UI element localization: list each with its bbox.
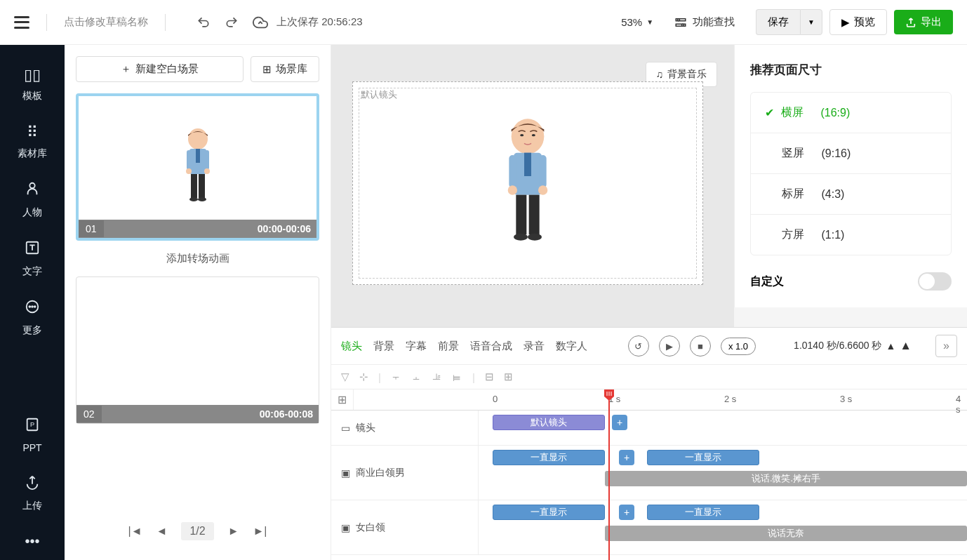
stop-button[interactable]: ■ (690, 335, 711, 356)
scene-time: 00:00-00:06 (252, 223, 316, 234)
timeline-tab-digital[interactable]: 数字人 (556, 340, 587, 353)
custom-toggle[interactable] (918, 272, 952, 291)
clip-talk-smile[interactable]: 说话.微笑.摊右手 (605, 471, 967, 486)
assets-icon: ⠿ (27, 124, 38, 142)
sidebar-item-character[interactable]: 人物 (22, 181, 42, 219)
speed-button[interactable]: x 1.0 (721, 338, 756, 355)
add-clip-button[interactable]: + (619, 450, 634, 465)
rewind-button[interactable]: ↺ (628, 335, 649, 356)
export-button[interactable]: 导出 (894, 10, 953, 34)
sidebar-item-more[interactable]: 更多 (22, 299, 42, 337)
add-clip-button[interactable]: + (619, 505, 634, 520)
template-icon: ▯▯ (24, 66, 41, 84)
svg-rect-20 (199, 174, 205, 198)
playhead[interactable] (608, 389, 610, 560)
play-button[interactable]: ▶ (659, 335, 680, 356)
pager-next[interactable]: ► (228, 525, 239, 538)
character-thumbnail (177, 125, 219, 209)
right-panel-title: 推荐页面尺寸 (750, 62, 952, 78)
sidebar-item-assets[interactable]: ⠿素材库 (18, 124, 47, 160)
default-shot-label: 默认镜头 (361, 88, 397, 101)
timeline-tab-foreground[interactable]: 前景 (438, 340, 459, 353)
more-icon (25, 299, 40, 319)
function-search[interactable]: 功能查找 (674, 15, 735, 29)
svg-point-24 (520, 134, 523, 136)
undo-button[interactable] (196, 15, 211, 29)
tl-tool-group-2[interactable]: ⊞ (504, 371, 513, 383)
add-clip-button[interactable]: + (612, 415, 627, 430)
sidebar-item-upload[interactable]: 上传 (22, 474, 42, 512)
timeline-tab-record[interactable]: 录音 (523, 340, 545, 353)
save-dropdown[interactable]: ▼ (800, 9, 822, 35)
tl-tool-group-1[interactable]: ⊟ (485, 371, 494, 383)
zoom-in-icon[interactable]: ▲ (900, 339, 912, 353)
image-icon: ▣ (341, 522, 350, 533)
timeline-tab-shot[interactable]: 镜头 (341, 340, 362, 353)
timeline-row-shot: ▭镜头 默认镜头 + (331, 411, 967, 446)
zoom-level[interactable]: 53%▼ (621, 16, 653, 28)
ppt-icon: P (25, 417, 40, 436)
clip-always-show-4[interactable]: 一直显示 (647, 505, 759, 520)
zoom-out-icon[interactable]: ▲ (886, 340, 895, 352)
video-icon: ▭ (341, 422, 350, 434)
pager-page: 1/2 (181, 522, 213, 540)
tl-tool-hierarchy[interactable]: ⊹ (359, 371, 368, 383)
plus-icon: ＋ (121, 62, 131, 76)
playhead-handle[interactable] (604, 389, 614, 401)
tl-tool-align-4[interactable]: ⫢ (452, 371, 462, 383)
timeline-time-display: 1.0140 秒/6.6600 秒▲▲ (794, 339, 912, 353)
menu-icon[interactable] (14, 16, 29, 29)
pager-last[interactable]: ►| (253, 525, 267, 538)
pager-first[interactable]: |◄ (128, 525, 142, 538)
svg-rect-33 (529, 195, 540, 235)
sidebar-ellipsis[interactable]: ••• (25, 533, 39, 560)
timeline-expand-button[interactable]: » (935, 335, 957, 357)
clip-always-show-2[interactable]: 一直显示 (647, 450, 759, 465)
sidebar-item-text[interactable]: 文字 (22, 240, 42, 278)
svg-rect-14 (196, 149, 200, 163)
clip-default-shot[interactable]: 默认镜头 (493, 415, 605, 430)
clip-talk-helpless[interactable]: 说话无奈 (605, 526, 967, 541)
timeline-tab-background[interactable]: 背景 (373, 340, 394, 353)
preview-button[interactable]: ▶预览 (829, 9, 887, 35)
svg-rect-15 (187, 150, 191, 170)
scene-card-1[interactable]: 0100:00-00:06 (76, 93, 319, 241)
save-button[interactable]: 保存 (756, 9, 800, 35)
svg-rect-28 (509, 155, 516, 188)
timeline-ruler[interactable]: ⊞ 0 1 s 2 s 3 s 4 s (331, 389, 967, 411)
ruler-corner-icon[interactable]: ⊞ (331, 389, 354, 410)
new-blank-scene-button[interactable]: ＋新建空白场景 (76, 56, 244, 82)
timeline-row-male: ▣商业白领男 一直显示 + 一直显示 说话.微笑.摊右手 (331, 446, 967, 500)
tl-tool-filter[interactable]: ▽ (341, 371, 349, 383)
custom-label: 自定义 (750, 274, 784, 289)
svg-point-25 (532, 134, 535, 136)
timeline-tab-subtitle[interactable]: 字幕 (406, 340, 427, 353)
character-on-stage[interactable] (493, 109, 563, 257)
stage[interactable]: 默认镜头 (352, 81, 703, 285)
scene-library-button[interactable]: ⊞场景库 (251, 56, 319, 82)
cloud-save-icon[interactable] (253, 15, 268, 30)
svg-point-31 (538, 185, 547, 194)
music-icon: ♫ (656, 69, 664, 80)
redo-button[interactable] (225, 15, 239, 29)
add-transition-button[interactable]: 添加转场动画 (76, 252, 319, 265)
divider (46, 14, 47, 31)
aspect-option-standard[interactable]: 标屏 (4:3) (751, 174, 951, 215)
tl-tool-align-1[interactable]: ⫟ (391, 371, 401, 383)
draft-name[interactable]: 点击修改草稿名称 (64, 15, 148, 29)
svg-point-35 (528, 234, 542, 241)
aspect-option-landscape[interactable]: ✔横屏 (16:9) (751, 93, 951, 133)
tl-tool-align-2[interactable]: ⫠ (411, 371, 422, 383)
aspect-option-square[interactable]: 方屏 (1:1) (751, 215, 951, 255)
tl-tool-align-3[interactable]: ⫡ (432, 371, 442, 383)
pager-prev[interactable]: ◄ (156, 525, 168, 538)
clip-always-show-3[interactable]: 一直显示 (493, 505, 605, 520)
sidebar-item-ppt[interactable]: PPPT (22, 417, 41, 453)
scene-card-2[interactable]: 0200:06-00:08 (76, 276, 319, 424)
clip-always-show-1[interactable]: 一直显示 (493, 450, 605, 465)
scene-number: 02 (76, 406, 102, 422)
sidebar-item-template[interactable]: ▯▯模板 (22, 66, 42, 102)
aspect-option-portrait[interactable]: 竖屏 (9:16) (751, 133, 951, 174)
scene-time: 00:06-00:08 (254, 408, 319, 420)
timeline-tab-tts[interactable]: 语音合成 (470, 340, 512, 353)
